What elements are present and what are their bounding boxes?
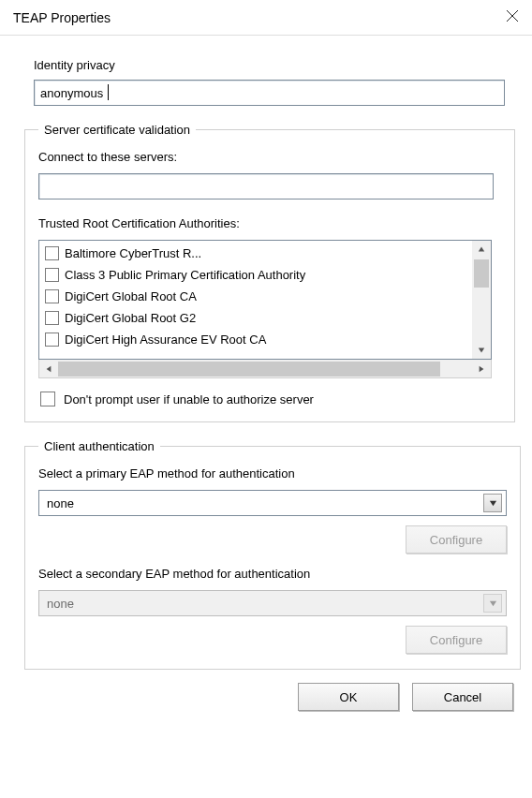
checkbox[interactable] xyxy=(45,289,59,303)
horizontal-scrollbar[interactable] xyxy=(38,360,492,378)
server-certificate-validation-group: Server certificate validation Connect to… xyxy=(24,123,515,422)
primary-eap-select[interactable]: none xyxy=(38,490,507,516)
svg-marker-5 xyxy=(480,365,484,371)
chevron-left-icon xyxy=(45,365,52,373)
connect-to-servers-label: Connect to these servers: xyxy=(38,150,501,164)
svg-marker-3 xyxy=(479,348,484,353)
cancel-button[interactable]: Cancel xyxy=(412,683,513,711)
identity-privacy-label: Identity privacy xyxy=(34,58,515,72)
svg-marker-7 xyxy=(489,600,495,605)
client-authentication-group: Client authentication Select a primary E… xyxy=(24,439,521,670)
primary-eap-label: Select a primary EAP method for authenti… xyxy=(38,466,507,480)
secondary-eap-label: Select a secondary EAP method for authen… xyxy=(38,567,507,581)
titlebar: TEAP Properties xyxy=(0,0,532,36)
list-item-label: DigiCert High Assurance EV Root CA xyxy=(65,332,266,347)
dropdown-button xyxy=(483,594,502,613)
list-item[interactable]: DigiCert High Assurance EV Root CA xyxy=(39,329,491,350)
scroll-left-button[interactable] xyxy=(39,360,58,377)
vertical-scrollbar[interactable] xyxy=(472,241,491,359)
scroll-up-button[interactable] xyxy=(472,241,491,258)
chevron-down-icon xyxy=(489,599,497,608)
svg-marker-2 xyxy=(479,247,484,252)
trusted-root-ca-list[interactable]: Baltimore CyberTrust R... Class 3 Public… xyxy=(38,240,492,360)
checkbox[interactable] xyxy=(45,332,59,347)
secondary-eap-select: none xyxy=(38,590,507,616)
svg-marker-6 xyxy=(489,500,495,505)
close-icon xyxy=(506,9,519,22)
list-item-label: Class 3 Public Primary Certification Aut… xyxy=(65,268,305,282)
secondary-eap-value: none xyxy=(47,597,74,611)
trusted-root-ca-label: Trusted Root Certification Authorities: xyxy=(38,216,501,230)
checkbox[interactable] xyxy=(45,311,59,325)
checkbox[interactable] xyxy=(45,268,59,282)
list-item[interactable]: DigiCert Global Root CA xyxy=(39,286,491,307)
svg-marker-4 xyxy=(47,365,52,371)
close-button[interactable] xyxy=(506,9,519,25)
chevron-up-icon xyxy=(478,245,485,253)
chevron-down-icon xyxy=(478,347,485,354)
primary-configure-button[interactable]: Configure xyxy=(406,525,507,554)
checkbox[interactable] xyxy=(45,246,59,260)
list-item-label: DigiCert Global Root CA xyxy=(65,289,197,303)
ok-button[interactable]: OK xyxy=(298,683,399,711)
list-item[interactable]: DigiCert Global Root G2 xyxy=(39,307,491,329)
scrollbar-thumb[interactable] xyxy=(58,362,440,377)
chevron-down-icon xyxy=(489,499,497,508)
list-item[interactable]: Class 3 Public Primary Certification Aut… xyxy=(39,264,491,286)
dont-prompt-label: Don't prompt user if unable to authorize… xyxy=(64,392,314,406)
list-item-label: DigiCert Global Root G2 xyxy=(65,311,196,325)
scroll-down-button[interactable] xyxy=(472,342,491,359)
list-item[interactable]: Baltimore CyberTrust R... xyxy=(39,243,491,264)
server-certificate-validation-legend: Server certificate validation xyxy=(38,123,196,137)
chevron-right-icon xyxy=(478,365,485,373)
secondary-configure-button: Configure xyxy=(406,626,507,654)
text-caret xyxy=(108,84,109,100)
scrollbar-thumb[interactable] xyxy=(474,259,489,288)
client-authentication-legend: Client authentication xyxy=(38,439,160,453)
dont-prompt-checkbox[interactable] xyxy=(40,392,55,406)
scroll-right-button[interactable] xyxy=(472,360,491,377)
primary-eap-value: none xyxy=(47,496,74,510)
identity-privacy-input[interactable] xyxy=(34,80,505,106)
list-item-label: Baltimore CyberTrust R... xyxy=(65,246,201,260)
connect-to-servers-input[interactable] xyxy=(38,173,494,200)
dropdown-button[interactable] xyxy=(483,494,502,512)
window-title: TEAP Properties xyxy=(13,10,111,25)
